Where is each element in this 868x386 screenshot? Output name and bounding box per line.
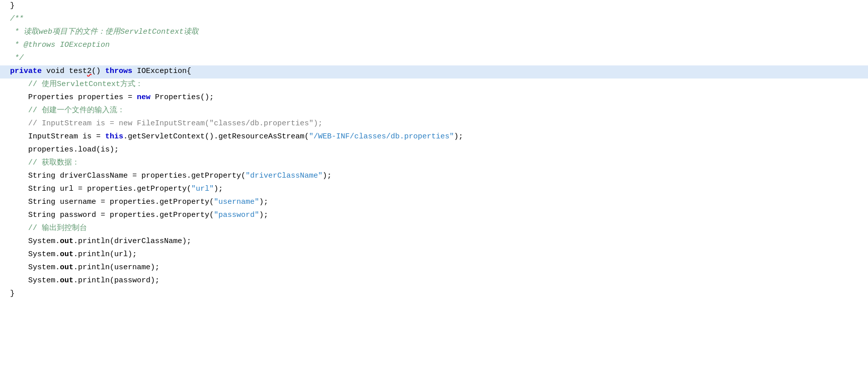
code-segment: properties.load(is); <box>10 144 119 156</box>
code-line: * @throws IOException <box>0 39 868 52</box>
code-segment: throws <box>105 65 132 78</box>
code-segment: .println(url); <box>73 249 137 261</box>
code-segment: * @throws IOException <box>10 39 110 51</box>
code-segment: ); <box>323 170 332 182</box>
code-segment: ); <box>214 183 223 195</box>
code-segment: // InputStream is = new FileInputStream(… <box>10 118 323 130</box>
code-segment: "username" <box>214 196 259 208</box>
code-segment: // 输出到控制台 <box>10 222 87 235</box>
code-line: // 使用ServletContext方式： <box>0 79 868 92</box>
code-segment: .println(driverClassName); <box>73 236 191 248</box>
code-segment: */ <box>10 52 24 64</box>
code-segment: // 获取数据： <box>10 157 80 169</box>
code-segment: "/WEB-INF/classes/db.properties" <box>309 131 454 143</box>
code-segment: System. <box>10 275 60 287</box>
code-segment: } <box>10 288 15 300</box>
code-line: // InputStream is = new FileInputStream(… <box>0 118 868 131</box>
code-segment: .println(password); <box>73 275 160 287</box>
code-segment: ); <box>259 209 268 221</box>
code-line: * 读取web项目下的文件：使用ServletContext读取 <box>0 26 868 39</box>
code-line: /** <box>0 13 868 26</box>
code-segment: test <box>69 65 87 78</box>
code-editor: }/** * 读取web项目下的文件：使用ServletContext读取 * … <box>0 0 868 386</box>
code-segment: out <box>60 262 73 274</box>
code-line: */ <box>0 52 868 65</box>
code-segment: new <box>137 92 150 104</box>
code-segment: System. <box>10 249 60 261</box>
code-segment: 2 <box>87 65 92 78</box>
code-segment: out <box>60 275 73 287</box>
code-segment: Properties properties = <box>10 92 137 104</box>
code-segment: System. <box>10 262 60 274</box>
code-segment: System. <box>10 236 60 248</box>
code-segment: "driverClassName" <box>246 170 323 182</box>
code-line: System.out.println(url); <box>0 249 868 262</box>
code-line: properties.load(is); <box>0 144 868 157</box>
code-segment: } <box>10 0 15 12</box>
code-segment: String driverClassName = properties.getP… <box>10 170 246 182</box>
code-line: String username = properties.getProperty… <box>0 196 868 209</box>
code-line: String driverClassName = properties.getP… <box>0 170 868 183</box>
code-line: String url = properties.getProperty("url… <box>0 183 868 196</box>
code-line: private void test2() throws IOException{ <box>0 65 868 79</box>
code-line: String password = properties.getProperty… <box>0 209 868 222</box>
code-segment: ); <box>259 196 268 208</box>
code-segment: void <box>42 65 69 78</box>
code-line: // 获取数据： <box>0 157 868 170</box>
code-segment: String url = properties.getProperty( <box>10 183 191 195</box>
code-segment: /** <box>10 13 24 25</box>
code-segment: String password = properties.getProperty… <box>10 209 214 221</box>
code-line: Properties properties = new Properties()… <box>0 92 868 105</box>
code-segment: this <box>105 131 123 143</box>
code-line: // 创建一个文件的输入流： <box>0 105 868 118</box>
code-line: System.out.println(driverClassName); <box>0 236 868 249</box>
code-segment: // 创建一个文件的输入流： <box>10 105 125 117</box>
code-segment: out <box>60 236 73 248</box>
code-segment: () <box>92 65 105 78</box>
code-segment: .getServletContext().getResourceAsStream… <box>123 131 309 143</box>
code-segment: "url" <box>191 183 214 195</box>
code-segment: ); <box>454 131 463 143</box>
code-segment: InputStream is = <box>10 131 105 143</box>
code-segment: IOException{ <box>132 65 191 78</box>
code-segment: private <box>10 65 42 78</box>
code-segment: "password" <box>214 209 259 221</box>
code-segment: out <box>60 249 73 261</box>
code-line: // 输出到控制台 <box>0 222 868 236</box>
code-line: } <box>0 0 868 13</box>
code-segment: * 读取web项目下的文件：使用ServletContext读取 <box>10 26 199 38</box>
code-line: System.out.println(username); <box>0 262 868 275</box>
code-line: System.out.println(password); <box>0 275 868 288</box>
code-segment: String username = properties.getProperty… <box>10 196 214 208</box>
code-line: } <box>0 288 868 301</box>
code-segment: Properties(); <box>150 92 214 104</box>
code-line: InputStream is = this.getServletContext(… <box>0 131 868 144</box>
code-segment: .println(username); <box>73 262 160 274</box>
code-segment: // 使用ServletContext方式： <box>10 79 143 91</box>
